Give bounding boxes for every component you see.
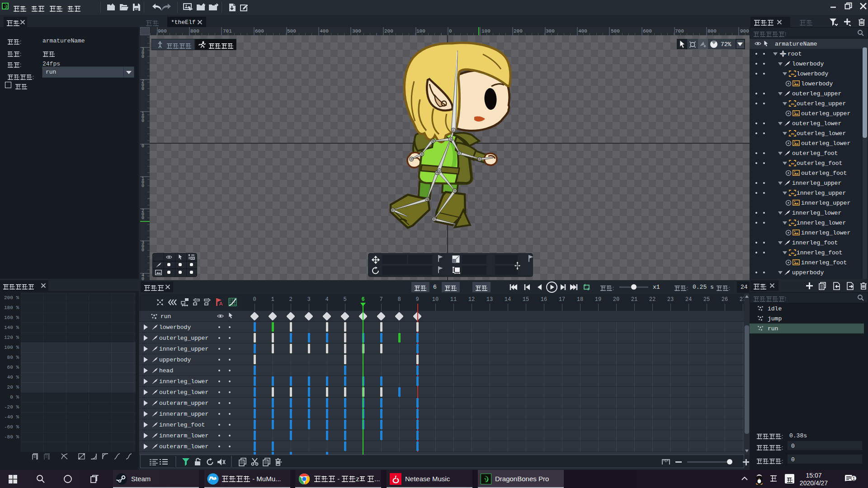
svg-text:A: A	[219, 301, 223, 306]
